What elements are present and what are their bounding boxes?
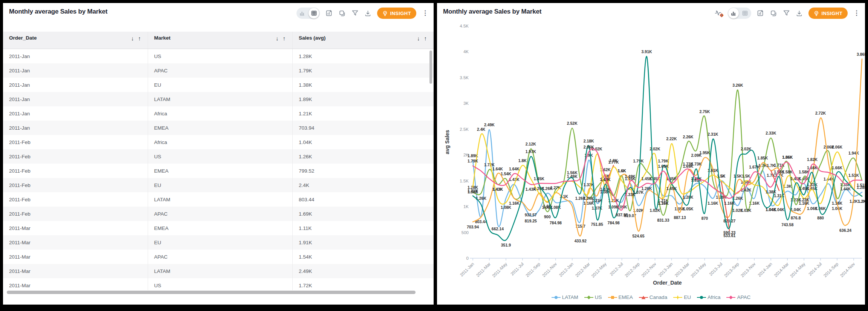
data-point-label: 2.49K <box>484 123 495 127</box>
insight-button[interactable]: INSIGHT <box>377 8 416 19</box>
data-point-label: 2.33K <box>766 131 776 135</box>
sort-ascending-icon[interactable]: ↑ <box>424 35 427 41</box>
data-point-label: 2.26K <box>683 135 693 139</box>
download-button[interactable] <box>796 10 803 17</box>
table-row[interactable]: 2011-FebUS1.26K <box>3 149 434 164</box>
table-cell: 1.72K <box>292 278 434 290</box>
table-icon[interactable] <box>309 8 319 18</box>
table-row[interactable]: 2011-MarLATAM2.49K <box>3 264 434 278</box>
table-row[interactable]: 2011-JanUS1.28K <box>3 49 434 63</box>
table-icon[interactable] <box>739 8 751 19</box>
kebab-menu-icon[interactable]: ⋮ <box>422 11 428 15</box>
legend-item-canada[interactable]: Canada <box>639 294 667 300</box>
sort-descending-icon[interactable]: ↓ <box>276 35 279 41</box>
column-header-market[interactable]: Market ↓↑ <box>148 32 292 49</box>
column-header-sales-avg[interactable]: Sales (avg) ↓↑ <box>292 32 434 49</box>
table-row[interactable]: 2011-FebEU2.4K <box>3 178 434 192</box>
legend-item-emea[interactable]: EMEA <box>608 294 633 300</box>
data-point-label: 2.18K <box>584 139 594 143</box>
table-cell: 2011-Jan <box>3 78 148 92</box>
legend-item-latam[interactable]: LATAM <box>552 294 578 300</box>
series-line-EMEA[interactable] <box>473 59 862 236</box>
legend-item-apac[interactable]: APAC <box>726 294 750 300</box>
legend-marker-icon <box>726 295 735 300</box>
view-toggle[interactable] <box>296 8 320 19</box>
copy-button[interactable] <box>339 10 346 17</box>
legend-marker-icon <box>697 295 706 300</box>
data-point-label: 1.16K <box>708 201 718 205</box>
add-visualization-button[interactable] <box>757 9 764 17</box>
table-row[interactable]: 2011-MarUS1.72K <box>3 278 434 290</box>
table-cell: EU <box>148 78 292 92</box>
data-point-label: 1.79K <box>468 159 478 163</box>
table-row[interactable]: 2011-JanLATAM1.89K <box>3 92 434 106</box>
table-row[interactable]: 2011-JanEMEA703.94 <box>3 121 434 135</box>
table-cell: 2011-Jan <box>3 63 148 78</box>
table-row[interactable]: 2011-JanAfrica1.21K <box>3 106 434 121</box>
table-row[interactable]: 2011-MarEMEA1.11K <box>3 221 434 235</box>
legend-item-eu[interactable]: EU <box>673 294 691 300</box>
legend-label: US <box>595 294 602 300</box>
chart-panel-header: Monthly average Sales by Market ! <box>437 3 865 29</box>
data-table: Order_Date ↓↑ Market ↓↑ Sales (avg) ↓↑ 2… <box>3 32 434 305</box>
sort-descending-icon[interactable]: ↓ <box>417 35 420 41</box>
bar-chart-icon[interactable] <box>728 8 739 18</box>
bar-chart-icon[interactable] <box>296 8 308 19</box>
add-visualization-button[interactable] <box>326 9 333 17</box>
table-cell: Africa <box>148 106 292 121</box>
scrollbar-thumb[interactable] <box>429 51 432 84</box>
y-tick-label: 0 <box>466 256 469 260</box>
sort-ascending-icon[interactable]: ↑ <box>283 35 286 41</box>
data-point-label: 2.02K <box>741 147 751 151</box>
table-row[interactable]: 2011-FebLATAM803.44 <box>3 192 434 207</box>
table-cell: US <box>148 149 292 164</box>
horizontal-scrollbar[interactable] <box>7 291 428 294</box>
scrollbar-thumb[interactable] <box>7 291 416 294</box>
data-point-label: 880 <box>817 216 824 220</box>
data-point-label: 1.02K <box>741 208 751 213</box>
table-row[interactable]: 2011-MarEU1.91K <box>3 235 434 250</box>
x-tick-label: 2012-May <box>590 262 607 279</box>
vertical-scrollbar[interactable] <box>429 51 432 277</box>
download-button[interactable] <box>364 10 371 17</box>
table-row[interactable]: 2011-MarAPAC1.54K <box>3 250 434 264</box>
legend-label: LATAM <box>562 294 578 300</box>
legend-label: EU <box>684 294 691 300</box>
table-row[interactable]: 2011-FebAfrica1.04K <box>3 135 434 149</box>
view-toggle[interactable] <box>728 8 751 19</box>
table-row[interactable]: 2011-FebEMEA799.52 <box>3 164 434 178</box>
data-point-label: 876.8 <box>791 216 801 220</box>
data-point-label: 1.38K <box>766 190 776 194</box>
data-point-label: 3.26K <box>732 83 743 87</box>
table-cell: 2011-Feb <box>3 164 148 178</box>
filter-button[interactable] <box>783 10 790 17</box>
table-cell: 703.94 <box>292 121 434 135</box>
line-chart[interactable]: 2011-Jan2011-Mar2011-May2011-Jul2011-Sep… <box>437 3 865 305</box>
data-point-label: 1.21K <box>468 188 478 193</box>
data-point-label: 1.44K <box>840 187 851 191</box>
data-point-label: 1.43K <box>492 187 503 192</box>
table-row[interactable]: 2011-JanEU1.38K <box>3 78 434 92</box>
table-cell: 2011-Jan <box>3 121 148 135</box>
data-point-label: 2.31K <box>708 132 718 136</box>
table-row[interactable]: 2011-FebAPAC1.69K <box>3 207 434 221</box>
x-tick-label: 2011-Mar <box>475 262 492 278</box>
sort-ascending-icon[interactable]: ↑ <box>138 35 141 41</box>
x-tick-label: 2012-Jan <box>558 262 574 277</box>
data-point-label: 1.56K <box>567 170 578 175</box>
table-cell: 1.91K <box>292 235 434 250</box>
legend-item-us[interactable]: US <box>584 294 602 300</box>
sort-descending-icon[interactable]: ↓ <box>131 35 134 41</box>
data-point-label: 1.49K <box>625 174 636 179</box>
table-cell: 1.04K <box>292 135 434 149</box>
x-tick-label: 2014-Mar <box>773 262 789 278</box>
copy-button[interactable] <box>770 10 777 17</box>
kebab-menu-icon[interactable]: ⋮ <box>853 11 860 15</box>
table-row[interactable]: 2011-JanAPAC1.79K <box>3 63 434 78</box>
anomaly-alert-icon[interactable]: ! <box>715 10 722 17</box>
column-header-order-date[interactable]: Order_Date ↓↑ <box>3 32 148 49</box>
legend-item-africa[interactable]: Africa <box>697 294 721 300</box>
filter-button[interactable] <box>351 10 359 17</box>
data-point-label: 1.95K <box>699 150 710 155</box>
insight-button[interactable]: INSIGHT <box>808 8 848 19</box>
